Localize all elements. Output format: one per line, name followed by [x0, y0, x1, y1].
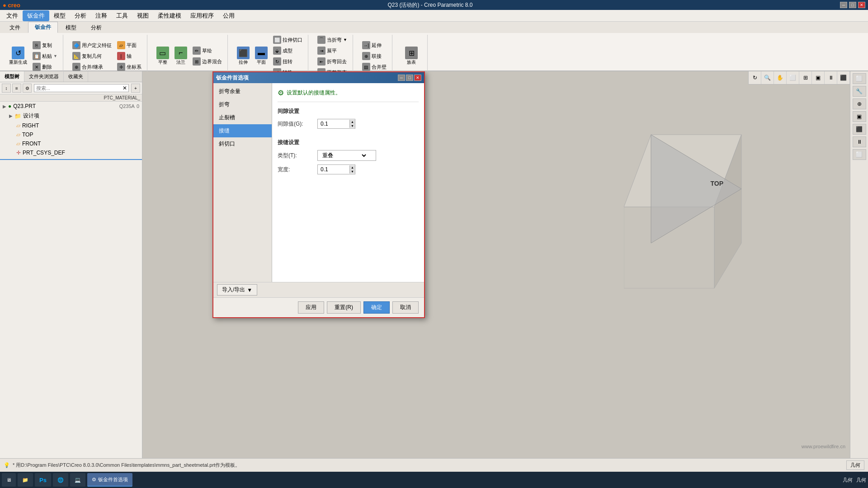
delete-button[interactable]: ✕删除: [31, 62, 59, 72]
form-button[interactable]: ⬙成型: [271, 46, 304, 56]
tree-add-button[interactable]: +: [131, 84, 140, 93]
extend-icon: →|: [362, 41, 370, 49]
menu-flexible[interactable]: 柔性建模: [153, 10, 186, 21]
menu-applications[interactable]: 应用程序: [186, 10, 218, 21]
tree-item-label: RIGHT: [22, 122, 39, 129]
taskbar-item-browser[interactable]: 🌐: [53, 473, 68, 487]
tree-item-front[interactable]: ▱ FRONT: [0, 139, 142, 148]
unfold-button[interactable]: ⇥展平: [316, 46, 349, 56]
taskbar-item-photoshop[interactable]: Ps: [35, 473, 51, 487]
dialog-close-button[interactable]: ✕: [414, 75, 421, 81]
bend-back-button[interactable]: ⇤折弯回去: [316, 56, 349, 66]
seam-width-input[interactable]: [318, 165, 349, 174]
seam-width-spin: ▲ ▼: [349, 165, 355, 174]
tree-item-design[interactable]: ▶ 📁 设计项: [0, 111, 142, 121]
right-tb-btn7[interactable]: ⬜: [853, 149, 866, 160]
seam-width-spin-up[interactable]: ▲: [349, 165, 355, 169]
right-tb-btn6[interactable]: ⏸: [853, 136, 866, 147]
menu-common[interactable]: 公用: [218, 10, 239, 21]
paste-button[interactable]: 📋粘贴▼: [31, 51, 59, 61]
gap-section-title: 间隙设置: [278, 108, 419, 115]
menu-model[interactable]: 模型: [49, 10, 70, 21]
extend-button[interactable]: →|延伸: [360, 40, 388, 50]
user-feature-button[interactable]: 🔷用户定义特征: [71, 40, 113, 50]
tree-settings-button[interactable]: ⚙: [23, 84, 32, 93]
seam-type-label: 类型(T):: [278, 152, 314, 160]
nav-bend[interactable]: 折弯: [213, 98, 272, 111]
dialog-minimize-button[interactable]: ─: [398, 75, 405, 81]
ribbon-tab-sheetmetal[interactable]: 钣金件: [28, 22, 58, 33]
copy-geometry-button[interactable]: 📐复制几何: [71, 51, 113, 61]
tree-sort-button[interactable]: ↕: [2, 84, 11, 93]
measure-button[interactable]: 几何: [846, 460, 864, 470]
copy-button[interactable]: ⎘复制: [31, 40, 59, 50]
cancel-button[interactable]: 取消: [392, 301, 419, 314]
axis-button[interactable]: |轴: [115, 51, 143, 61]
import-export-button[interactable]: 导入/导出 ▼: [217, 284, 257, 296]
maximize-button[interactable]: □: [849, 2, 856, 8]
gap-value-input[interactable]: [318, 119, 349, 128]
tree-item-csys[interactable]: ✛ PRT_CSYS_DEF: [0, 148, 142, 157]
merge-inherit-button[interactable]: ⊕合并/继承: [71, 62, 113, 72]
right-tb-btn1[interactable]: ⬜: [853, 73, 866, 84]
taskbar-item-computer[interactable]: 🖥: [2, 473, 16, 487]
tab-favorites[interactable]: 收藏夹: [64, 71, 88, 82]
flange-button[interactable]: ⌐ 法兰: [173, 46, 189, 66]
menu-analysis[interactable]: 分析: [70, 10, 91, 21]
gap-spin-down[interactable]: ▼: [349, 124, 355, 128]
csys-icon2: ✛: [16, 150, 21, 156]
ribbon-tab-file[interactable]: 文件: [3, 22, 27, 33]
taskbar-item-terminal[interactable]: 💻: [70, 473, 85, 487]
minimize-button[interactable]: ─: [840, 2, 847, 8]
tab-folder-browser[interactable]: 文件夹浏览器: [24, 71, 64, 82]
family-table-button[interactable]: ⊞ 族表: [403, 46, 420, 66]
tree-search-input[interactable]: [34, 84, 121, 92]
regenerate-button[interactable]: ↺ 重新生成: [7, 46, 29, 66]
plane2-button[interactable]: ▬ 平面: [253, 46, 269, 66]
plane-button[interactable]: ▱平面: [115, 40, 143, 50]
dialog-title-buttons: ─ □ ✕: [398, 75, 421, 81]
merge-wall-button[interactable]: ▤合并壁: [360, 62, 388, 72]
twist-button[interactable]: ↻扭转: [271, 56, 304, 66]
dialog-maximize-button[interactable]: □: [406, 75, 413, 81]
reset-button[interactable]: 重置(R): [327, 301, 361, 314]
extrude-cut-button[interactable]: ⬜拉伸切口: [271, 35, 304, 45]
apply-button[interactable]: 应用: [298, 301, 324, 314]
close-button[interactable]: ✕: [858, 2, 865, 8]
menu-tools[interactable]: 工具: [112, 10, 132, 21]
nav-relief-slot[interactable]: 止裂槽: [213, 111, 272, 124]
taskbar-item-explorer[interactable]: 📁: [18, 473, 33, 487]
tree-item-right[interactable]: ▱ RIGHT: [0, 121, 142, 130]
tab-model-tree[interactable]: 模型树: [0, 71, 24, 82]
flat-button[interactable]: ▭ 平整: [155, 46, 171, 66]
left-panel: 模型树 文件夹浏览器 收藏夹 ↕ ≡ ⚙ ✕ + PTC_MATERIAL_ ▶…: [0, 71, 142, 458]
tree-view-button[interactable]: ≡: [12, 84, 21, 93]
menu-annotation[interactable]: 注释: [91, 10, 112, 21]
menu-view[interactable]: 视图: [132, 10, 153, 21]
nav-bevel-cutout[interactable]: 斜切口: [213, 137, 272, 150]
join-button[interactable]: ⊕联接: [360, 51, 388, 61]
tree-item-q23[interactable]: ▶ ● Q23.PRT Q235A 0: [0, 102, 142, 111]
bend-half-button[interactable]: ⌒当折弯▼: [316, 35, 349, 45]
right-tb-btn3[interactable]: ⊕: [853, 99, 866, 109]
menu-sheetmetal[interactable]: 钣金件: [23, 10, 49, 21]
taskbar-item-sheetmetal[interactable]: ⚙ 钣金件首选项: [87, 473, 132, 487]
boundary-blend-button[interactable]: ⊞边界混合: [191, 56, 224, 66]
right-tb-btn5[interactable]: ⬛: [853, 124, 866, 135]
ribbon-tab-analysis[interactable]: 分析: [84, 22, 108, 33]
ok-button[interactable]: 确定: [363, 301, 390, 314]
csys-button[interactable]: ✛坐标系: [115, 62, 143, 72]
sketch-button[interactable]: ✏草绘: [191, 46, 224, 56]
right-tb-btn4[interactable]: ▣: [853, 111, 866, 122]
nav-bend-allowance[interactable]: 折弯余量: [213, 85, 272, 98]
extrude-button[interactable]: ⬛ 拉伸: [235, 46, 251, 66]
seam-type-select[interactable]: 重叠 对接 无: [318, 150, 368, 160]
search-clear-icon[interactable]: ✕: [121, 85, 128, 91]
seam-width-spin-down[interactable]: ▼: [349, 169, 355, 174]
tree-item-top[interactable]: ▱ TOP: [0, 130, 142, 139]
ribbon-tab-model[interactable]: 模型: [59, 22, 83, 33]
right-tb-btn2[interactable]: 🔧: [853, 86, 866, 97]
gap-spin-up[interactable]: ▲: [349, 120, 355, 124]
menu-file[interactable]: 文件: [2, 10, 23, 21]
nav-seam[interactable]: 接缝: [213, 124, 272, 137]
